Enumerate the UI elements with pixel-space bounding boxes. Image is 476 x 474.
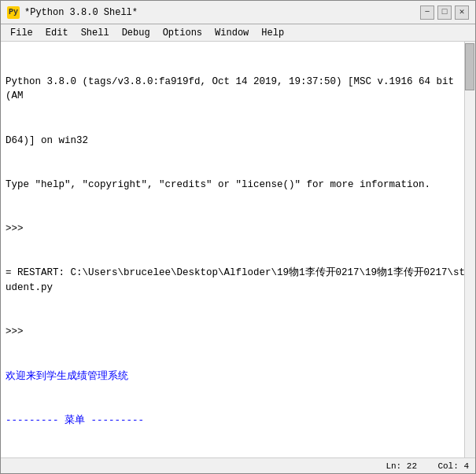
menu-shell[interactable]: Shell bbox=[75, 26, 116, 40]
menu-separator: --------- 菜单 --------- bbox=[6, 413, 470, 428]
status-bar: Ln: 22 Col: 4 bbox=[1, 457, 475, 473]
menu-edit[interactable]: Edit bbox=[39, 26, 75, 40]
restart-line: = RESTART: C:\Users\brucelee\Desktop\Alf… bbox=[6, 266, 470, 296]
header-line1: Python 3.8.0 (tags/v3.8.0:fa919fd, Oct 1… bbox=[6, 75, 470, 105]
title-buttons: − □ ✕ bbox=[420, 6, 469, 20]
maximize-button[interactable]: □ bbox=[437, 6, 452, 20]
shell-content: Python 3.8.0 (tags/v3.8.0:fa919fd, Oct 1… bbox=[1, 42, 475, 457]
ln-col-status: Ln: 22 Col: 4 bbox=[386, 461, 469, 471]
menu-help[interactable]: Help bbox=[255, 26, 290, 40]
title-bar: Py *Python 3.8.0 Shell* − □ ✕ bbox=[1, 1, 475, 24]
menu-file[interactable]: File bbox=[4, 26, 39, 40]
close-button[interactable]: ✕ bbox=[455, 6, 469, 20]
app-icon: Py bbox=[7, 6, 20, 19]
menu-debug[interactable]: Debug bbox=[116, 26, 157, 40]
header-line2: D64)] on win32 bbox=[6, 134, 470, 149]
prompt2: >>> bbox=[6, 325, 470, 340]
scrollbar-track[interactable] bbox=[464, 42, 475, 457]
window-title: *Python 3.8.0 Shell* bbox=[24, 7, 420, 18]
header-line3: Type "help", "copyright", "credits" or "… bbox=[6, 178, 470, 193]
main-window: Py *Python 3.8.0 Shell* − □ ✕ File Edit … bbox=[0, 0, 476, 474]
scrollbar-thumb[interactable] bbox=[465, 43, 474, 90]
prompt1: >>> bbox=[6, 222, 470, 237]
welcome-text: 欢迎来到学生成绩管理系统 bbox=[6, 369, 470, 384]
shell-output[interactable]: Python 3.8.0 (tags/v3.8.0:fa919fd, Oct 1… bbox=[1, 42, 475, 457]
minimize-button[interactable]: − bbox=[420, 6, 434, 20]
menu-bar: File Edit Shell Debug Options Window Hel… bbox=[1, 24, 475, 42]
menu-window[interactable]: Window bbox=[208, 26, 255, 40]
menu-options[interactable]: Options bbox=[157, 26, 208, 40]
